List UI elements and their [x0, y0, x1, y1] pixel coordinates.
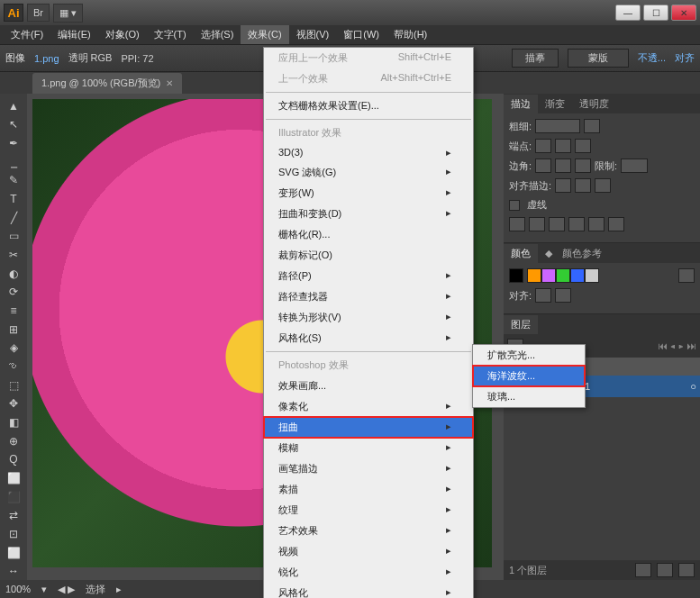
menu-item[interactable]: 路径查找器▸ [264, 286, 473, 307]
tool-2[interactable]: ✒ [3, 134, 24, 152]
stroke-weight-input[interactable] [535, 119, 580, 133]
menu-item[interactable]: 风格化(S)▸ [264, 328, 473, 349]
maximize-button[interactable]: ☐ [643, 5, 668, 21]
cap-round[interactable] [555, 139, 571, 153]
tool-18[interactable]: ⊕ [3, 432, 24, 450]
tab-gradient[interactable]: 渐变 [538, 95, 572, 113]
tool-3[interactable]: ⎯ [3, 153, 24, 171]
cap-butt[interactable] [535, 139, 551, 153]
color-options[interactable] [678, 268, 695, 283]
menu-item[interactable]: 转换为形状(V)▸ [264, 307, 473, 328]
tool-21[interactable]: ⬛ [3, 488, 24, 506]
corner-bevel[interactable] [575, 159, 591, 173]
tool-11[interactable]: ≡ [3, 302, 24, 320]
tool-19[interactable]: Q [3, 450, 24, 468]
new-sublayer[interactable] [635, 563, 651, 577]
menu-item[interactable]: 视频▸ [264, 541, 473, 562]
arrange-docs-button[interactable]: ▦ ▾ [53, 4, 83, 23]
tool-8[interactable]: ✂ [3, 246, 24, 264]
delete-layer[interactable] [678, 563, 695, 577]
swatch[interactable] [541, 268, 556, 283]
tool-16[interactable]: ✥ [3, 395, 24, 413]
menu-1[interactable]: 编辑(E) [50, 25, 98, 44]
menu-item[interactable]: 3D(3)▸ [264, 143, 473, 162]
menu-item[interactable]: 素描▸ [264, 479, 473, 500]
align-inside[interactable] [575, 178, 591, 193]
align-outside[interactable] [595, 178, 611, 193]
menu-item[interactable]: 效果画廊... [264, 376, 473, 396]
menu-2[interactable]: 对象(O) [98, 25, 147, 44]
tool-25[interactable]: ↔ [3, 562, 24, 580]
menu-item[interactable]: 扩散亮光... [473, 345, 585, 366]
menu-0[interactable]: 文件(F) [4, 25, 50, 44]
menu-item[interactable]: 栅格化(R)... [264, 224, 473, 245]
align-link[interactable]: 对齐 [675, 51, 695, 65]
menu-item[interactable]: 扭曲▸ [264, 417, 473, 438]
tool-0[interactable]: ▲ [3, 97, 24, 115]
tool-9[interactable]: ◐ [3, 265, 24, 283]
corner-miter[interactable] [535, 159, 551, 173]
tool-13[interactable]: ◈ [3, 340, 24, 358]
menu-item[interactable]: SVG 滤镜(G)▸ [264, 162, 473, 183]
stroke-weight-stepper[interactable] [584, 119, 600, 133]
tool-20[interactable]: ⬜ [3, 469, 24, 487]
limit-input[interactable] [621, 159, 648, 173]
tool-7[interactable]: ▭ [3, 228, 24, 246]
menu-8[interactable]: 帮助(H) [386, 25, 434, 44]
close-button[interactable]: ✕ [671, 5, 696, 21]
file-link[interactable]: 1.png [34, 53, 59, 64]
menu-item[interactable]: 像素化▸ [264, 396, 473, 417]
menu-item[interactable]: 纹理▸ [264, 500, 473, 521]
menu-item[interactable]: 文档栅格效果设置(E)... [264, 95, 473, 116]
tab-stroke[interactable]: 描边 [504, 95, 538, 113]
close-tab-icon[interactable]: ✕ [166, 78, 173, 88]
menu-4[interactable]: 选择(S) [194, 25, 241, 44]
tool-15[interactable]: ⬚ [3, 376, 24, 394]
mask-button[interactable]: 蒙版 [568, 49, 629, 68]
menu-item[interactable]: 海洋波纹... [473, 366, 585, 386]
tool-10[interactable]: ⟳ [3, 284, 24, 302]
new-layer[interactable] [657, 563, 673, 577]
menu-item[interactable]: 锐化▸ [264, 562, 473, 583]
tool-1[interactable]: ↖ [3, 116, 24, 134]
tool-23[interactable]: ⊡ [3, 525, 24, 543]
tool-22[interactable]: ⇄ [3, 506, 24, 524]
swatch[interactable] [556, 268, 570, 283]
zoom-level[interactable]: 100% [5, 584, 31, 594]
tab-color[interactable]: 颜色 [504, 244, 538, 263]
opacity-link[interactable]: 不透... [638, 51, 666, 65]
menu-item[interactable]: 艺术效果▸ [264, 521, 473, 541]
menu-6[interactable]: 视图(V) [289, 25, 337, 44]
menu-item[interactable]: 路径(P)▸ [264, 266, 473, 286]
menu-7[interactable]: 窗口(W) [336, 25, 386, 44]
tool-12[interactable]: ⊞ [3, 321, 24, 339]
menu-item[interactable]: 玻璃... [473, 386, 585, 407]
menu-item[interactable]: 扭曲和变换(D)▸ [264, 204, 473, 224]
bridge-button[interactable]: Br [27, 4, 50, 22]
menu-3[interactable]: 文字(T) [147, 25, 194, 44]
align-btn-1[interactable] [535, 288, 551, 303]
menu-item[interactable]: 变形(W)▸ [264, 183, 473, 204]
tab-color-guide[interactable]: ◆ 颜色参考 [538, 244, 616, 263]
tool-14[interactable]: ఌ [3, 358, 24, 376]
tool-6[interactable]: ╱ [3, 209, 24, 227]
trace-button[interactable]: 描摹 [512, 49, 559, 68]
menu-5[interactable]: 效果(C) [241, 25, 288, 44]
align-btn-2[interactable] [555, 288, 571, 303]
tab-layers[interactable]: 图层 [504, 315, 538, 334]
tab-transparency[interactable]: 透明度 [572, 95, 616, 113]
menu-item[interactable]: 裁剪标记(O) [264, 245, 473, 266]
menu-item[interactable]: 风格化▸ [264, 583, 473, 598]
tool-17[interactable]: ◧ [3, 413, 24, 431]
cap-square[interactable] [575, 139, 591, 153]
document-tab[interactable]: 1.png @ 100% (RGB/预览) ✕ [32, 73, 182, 94]
tool-5[interactable]: T [3, 190, 24, 208]
minimize-button[interactable]: — [615, 5, 641, 21]
swatch[interactable] [570, 268, 585, 283]
corner-round[interactable] [555, 159, 571, 173]
menu-item[interactable]: 模糊▸ [264, 438, 473, 458]
swatch[interactable] [585, 268, 599, 283]
tool-4[interactable]: ✎ [3, 172, 24, 190]
menu-item[interactable]: 画笔描边▸ [264, 458, 473, 479]
fill-swatch[interactable] [509, 268, 523, 283]
